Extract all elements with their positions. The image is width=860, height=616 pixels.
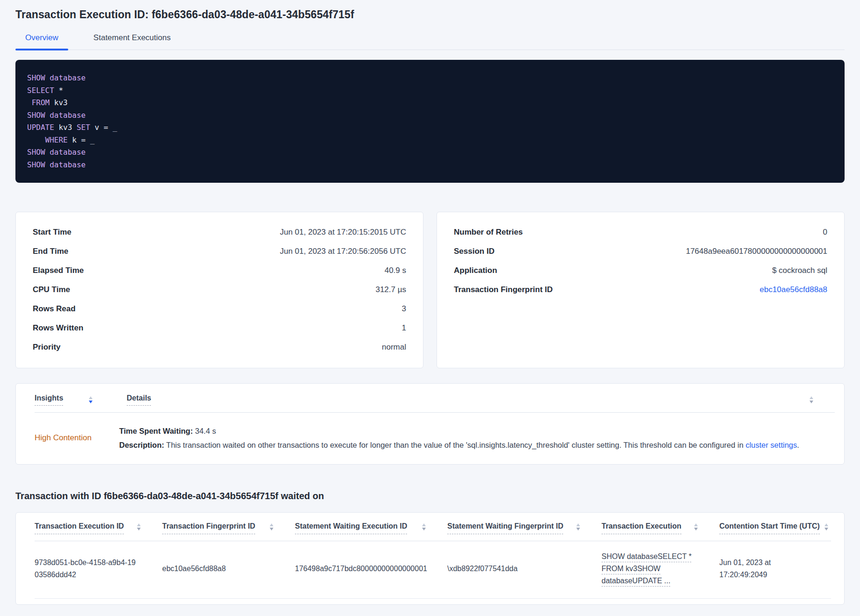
insight-type-badge: High Contention <box>35 433 119 443</box>
sql-line: SHOW database <box>27 146 833 159</box>
end-time-label: End Time <box>33 247 68 256</box>
sql-line: SHOW database <box>27 159 833 172</box>
start-time-value: Jun 01, 2023 at 17:20:15:2015 UTC <box>280 228 406 237</box>
cell-statement-waiting-execution-id: 176498a9c717bdc80000000000000001 <box>295 563 447 575</box>
insights-column-header[interactable]: Insights <box>35 394 63 406</box>
sort-icon[interactable] <box>268 522 275 532</box>
summary-row-cpu-time: CPU Time 312.7 µs <box>33 280 406 299</box>
insight-details: Time Spent Waiting: 34.4 s Description: … <box>119 424 835 452</box>
rows-read-value: 3 <box>402 304 406 314</box>
rows-written-value: 1 <box>402 323 406 333</box>
tab-statement-executions[interactable]: Statement Executions <box>84 33 180 50</box>
cell-statement-waiting-fingerprint-id: \xdb8922f077541dda <box>447 563 602 575</box>
column-header-transaction-fingerprint-id[interactable]: Transaction Fingerprint ID <box>162 522 255 534</box>
active-tab-underline <box>15 49 68 50</box>
transaction-fingerprint-link[interactable]: ebc10ae56cfd88a8 <box>760 285 827 294</box>
column-header-contention-start-time[interactable]: Contention Start Time (UTC) <box>719 522 820 534</box>
column-header-transaction-execution-id[interactable]: Transaction Execution ID <box>35 522 124 534</box>
application-label: Application <box>454 266 497 275</box>
retries-value: 0 <box>823 228 827 237</box>
transaction-fingerprint-label: Transaction Fingerprint ID <box>454 285 553 294</box>
summary-row-rows-read: Rows Read 3 <box>33 299 406 318</box>
page-title: Transaction Execution ID: f6be6366-da03-… <box>15 0 845 21</box>
sql-line: SHOW database <box>27 109 833 122</box>
tab-overview-label: Overview <box>25 33 58 42</box>
session-id-label: Session ID <box>454 247 494 256</box>
insights-table: Insights Details High Contention Time Sp… <box>15 383 845 465</box>
sql-line: SHOW database <box>27 72 833 85</box>
column-header-transaction-execution[interactable]: Transaction Execution <box>602 522 681 534</box>
details-column-header[interactable]: Details <box>127 394 151 406</box>
elapsed-time-value: 40.9 s <box>385 266 406 275</box>
waited-on-table-header: Transaction Execution ID Transaction Fin… <box>35 522 831 541</box>
cell-contention-start-time: Jun 01, 2023 at 17:20:49:2049 <box>719 557 831 581</box>
summary-row-rows-written: Rows Written 1 <box>33 318 406 337</box>
summary-row-end-time: End Time Jun 01, 2023 at 17:20:56:2056 U… <box>33 242 406 261</box>
insight-row: High Contention Time Spent Waiting: 34.4… <box>35 413 835 452</box>
cpu-time-label: CPU Time <box>33 285 70 294</box>
cell-transaction-execution-id: 9738d051-bc0e-4158-a9b4-1903586ddd42 <box>35 557 162 581</box>
sql-line: FROM kv3 <box>27 97 833 109</box>
elapsed-time-label: Elapsed Time <box>33 266 84 275</box>
summary-row-session-id: Session ID 17648a9eea6017800000000000000… <box>454 242 827 261</box>
sort-icon[interactable] <box>87 395 94 405</box>
session-id-value: 17648a9eea6017800000000000000001 <box>686 247 827 256</box>
transaction-execution-link[interactable]: SHOW databaseSELECT * FROM kv3SHOW datab… <box>602 552 692 585</box>
start-time-label: Start Time <box>33 228 72 237</box>
priority-value: normal <box>382 343 406 352</box>
sql-line: SELECT * <box>27 85 833 97</box>
insights-table-header: Insights Details <box>35 394 835 413</box>
table-row: 9738d051-bc0e-4158-a9b4-1903586ddd42 ebc… <box>35 541 831 599</box>
cluster-settings-link[interactable]: cluster settings <box>745 441 797 449</box>
application-value: $ cockroach sql <box>772 266 827 275</box>
rows-read-label: Rows Read <box>33 304 76 314</box>
column-header-statement-waiting-execution-id[interactable]: Statement Waiting Execution ID <box>295 522 407 534</box>
summary-row-elapsed-time: Elapsed Time 40.9 s <box>33 261 406 280</box>
summary-row-transaction-fingerprint: Transaction Fingerprint ID ebc10ae56cfd8… <box>454 280 827 299</box>
sort-icon[interactable] <box>808 395 815 405</box>
waited-on-section-title: Transaction with ID f6be6366-da03-48de-a… <box>15 491 845 501</box>
column-header-statement-waiting-fingerprint-id[interactable]: Statement Waiting Fingerprint ID <box>447 522 563 534</box>
sql-line: UPDATE kv3 SET v = _ <box>27 122 833 134</box>
retries-label: Number of Retries <box>454 228 523 237</box>
tab-overview[interactable]: Overview <box>15 33 68 50</box>
waited-on-table: Transaction Execution ID Transaction Fin… <box>15 512 845 605</box>
cpu-time-value: 312.7 µs <box>375 285 406 294</box>
cell-transaction-fingerprint-id: ebc10ae56cfd88a8 <box>162 563 295 575</box>
priority-label: Priority <box>33 343 61 352</box>
tab-bar: Overview Statement Executions <box>15 33 845 50</box>
summary-row-start-time: Start Time Jun 01, 2023 at 17:20:15:2015… <box>33 222 406 242</box>
summary-card-right: Number of Retries 0 Session ID 17648a9ee… <box>437 212 845 368</box>
summary-row-application: Application $ cockroach sql <box>454 261 827 280</box>
sort-icon[interactable] <box>135 522 143 532</box>
sort-icon[interactable] <box>420 522 428 532</box>
rows-written-label: Rows Written <box>33 323 83 333</box>
insight-description-line: Description: This transaction waited on … <box>119 438 835 452</box>
sort-icon[interactable] <box>692 522 700 532</box>
summary-row-priority: Priority normal <box>33 337 406 357</box>
sql-line: WHERE k = _ <box>27 134 833 147</box>
sql-statements-box: SHOW database SELECT * FROM kv3 SHOW dat… <box>15 60 845 183</box>
summary-row-retries: Number of Retries 0 <box>454 222 827 242</box>
end-time-value: Jun 01, 2023 at 17:20:56:2056 UTC <box>280 247 406 256</box>
tab-statement-executions-label: Statement Executions <box>93 33 171 42</box>
sort-icon[interactable] <box>574 522 582 532</box>
summary-card-left: Start Time Jun 01, 2023 at 17:20:15:2015… <box>15 212 423 368</box>
sort-icon[interactable] <box>823 522 830 532</box>
insight-waiting-line: Time Spent Waiting: 34.4 s <box>119 424 835 438</box>
